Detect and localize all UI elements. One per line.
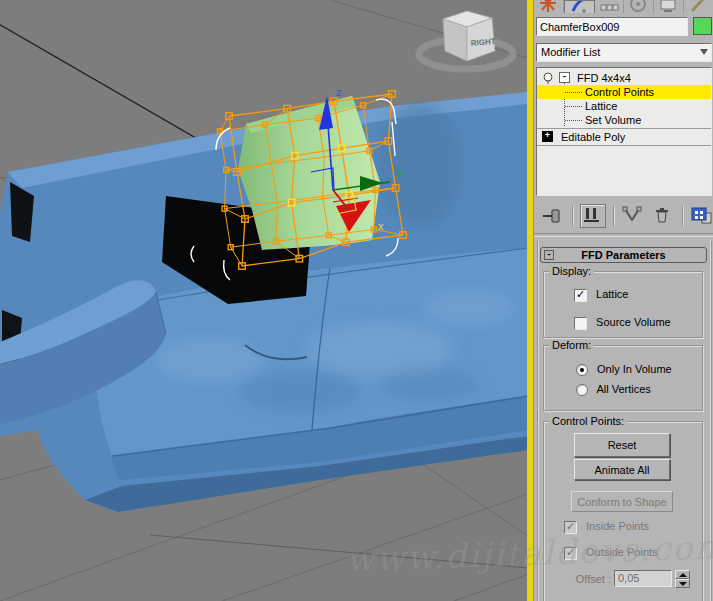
- command-panel-tabs: [534, 0, 713, 13]
- stack-item-set-volume[interactable]: Set Volume: [537, 113, 711, 127]
- command-panel: Modifier List - FFD 4x4x4 Control Points…: [533, 0, 713, 601]
- modifier-stack-list[interactable]: - FFD 4x4x4 Control Points Lattice Set V…: [536, 67, 712, 196]
- tab-modify[interactable]: [564, 0, 595, 13]
- rollout-title: FFD Parameters: [581, 249, 665, 261]
- tab-hierarchy[interactable]: [595, 0, 625, 13]
- chevron-down-icon: [700, 49, 708, 55]
- stack-item-lattice[interactable]: Lattice: [537, 99, 711, 113]
- only-in-volume-radio-row[interactable]: Only In Volume: [576, 363, 672, 377]
- z-axis-label: z: [336, 86, 342, 98]
- pin-stack-button[interactable]: [541, 205, 565, 227]
- conform-to-shape-button[interactable]: Conform to Shape: [571, 491, 673, 512]
- make-unique-button[interactable]: [621, 205, 645, 227]
- collapse-toggle-icon[interactable]: -: [559, 72, 570, 83]
- ffd-parameters-rollout-header[interactable]: - FFD Parameters: [540, 247, 707, 263]
- tab-display[interactable]: [654, 0, 684, 13]
- offset-label: Offset :: [554, 573, 611, 585]
- modifier-list-label: Modifier List: [541, 46, 600, 58]
- spinner-down-icon[interactable]: [675, 579, 690, 588]
- tab-utilities[interactable]: [684, 0, 713, 13]
- lattice-checkbox[interactable]: [574, 289, 587, 302]
- control-points-group-label: Control Points:: [549, 415, 627, 427]
- animate-all-button[interactable]: Animate All: [574, 459, 670, 480]
- stack-item-ffd[interactable]: - FFD 4x4x4: [537, 71, 711, 85]
- show-end-result-button[interactable]: [580, 204, 606, 228]
- lattice-checkbox-row[interactable]: Lattice: [574, 288, 628, 302]
- all-vertices-radio[interactable]: [576, 384, 588, 396]
- remove-modifier-button[interactable]: [651, 205, 675, 227]
- reset-button[interactable]: Reset: [574, 433, 670, 457]
- tab-create[interactable]: [534, 0, 564, 13]
- configure-modifier-sets-button[interactable]: [690, 205, 713, 227]
- outside-points-checkbox[interactable]: [564, 547, 577, 560]
- offset-spinner[interactable]: [675, 570, 690, 588]
- viewport-perspective[interactable]: z y x RIGHT: [0, 0, 527, 601]
- deform-group: Deform:: [543, 345, 703, 411]
- only-in-volume-radio[interactable]: [576, 364, 588, 376]
- x-axis-label: x: [378, 220, 384, 232]
- stack-item-editable-poly[interactable]: + Editable Poly: [537, 130, 711, 144]
- display-group-label: Display:: [549, 265, 594, 277]
- light-bulb-icon[interactable]: [542, 72, 555, 85]
- expand-toggle-icon[interactable]: +: [542, 131, 553, 142]
- outside-points-checkbox-row[interactable]: Outside Points: [564, 546, 658, 560]
- modifier-list-dropdown[interactable]: Modifier List: [536, 43, 712, 62]
- source-volume-checkbox[interactable]: [574, 317, 587, 330]
- stack-separator: [537, 145, 711, 146]
- panel-separator: [534, 233, 713, 237]
- deform-group-label: Deform:: [549, 339, 594, 351]
- object-name-input[interactable]: [536, 17, 688, 36]
- rollout-collapse-icon[interactable]: -: [544, 250, 554, 260]
- viewport-scene: z y x RIGHT: [0, 0, 527, 601]
- object-color-swatch[interactable]: [693, 17, 712, 35]
- tab-motion[interactable]: [624, 0, 654, 13]
- stack-toolbar: [534, 203, 713, 229]
- source-volume-checkbox-row[interactable]: Source Volume: [574, 316, 671, 330]
- stack-separator: [537, 128, 711, 129]
- y-axis-label: y: [397, 167, 403, 179]
- spinner-up-icon[interactable]: [675, 570, 690, 579]
- stack-item-control-points[interactable]: Control Points: [537, 85, 711, 99]
- inside-points-checkbox-row[interactable]: Inside Points: [564, 520, 649, 534]
- inside-points-checkbox[interactable]: [564, 521, 577, 534]
- viewcube[interactable]: RIGHT: [419, 11, 513, 69]
- offset-value-field[interactable]: 0,05: [614, 570, 672, 587]
- all-vertices-radio-row[interactable]: All Vertices: [576, 383, 651, 397]
